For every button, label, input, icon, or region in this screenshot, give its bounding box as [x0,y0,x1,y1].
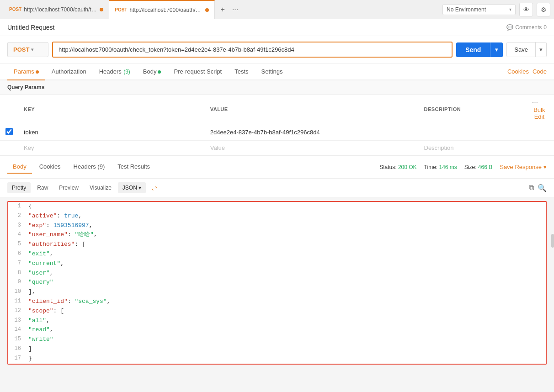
line-number: 5 [12,240,28,249]
viewer-tab-raw[interactable]: Raw [32,182,53,193]
json-line: 9 "query" [8,278,546,287]
tab-1[interactable]: POST http://localhost:7000/oauth/to... [4,0,109,19]
json-line: 15 "write" [8,335,546,344]
line-content: "user_name": "哈哈", [28,230,97,240]
response-tab-test-results[interactable]: Test Results [112,160,155,174]
wrap-icon-button[interactable]: ⇌ [151,184,157,192]
environment-selector[interactable]: No Environment ▾ [442,4,516,15]
chevron-down-icon: ▾ [138,185,141,191]
chevron-down-icon: ▾ [31,47,33,52]
method-selector[interactable]: POST ▾ [7,42,48,57]
chevron-down-icon: ▾ [495,46,498,53]
cookies-link[interactable]: Cookies [507,68,529,75]
viewer-tabs-row: Pretty Raw Preview Visualize JSON ▾ ⇌ ⧉ … [0,179,554,197]
line-number: 12 [12,307,28,316]
tab-2[interactable]: POST http://localhost:7000/oauth/c... [109,0,215,19]
row-checkbox[interactable] [5,128,13,135]
json-line: 10 ], [8,287,546,297]
line-number: 2 [12,212,28,221]
key-column-header: KEY [18,95,205,124]
more-tabs-button[interactable]: ··· [230,4,240,16]
json-viewer: 1{2 "active": true,3 "exp": 1593516997,4… [7,201,547,365]
json-line: 16 ] [8,344,546,354]
value-placeholder: Value [210,144,225,151]
line-content: "current", [28,259,64,269]
viewer-tab-pretty[interactable]: Pretty [7,182,31,193]
save-response-button[interactable]: Save Response ▾ [500,164,547,170]
search-icon-button[interactable]: 🔍 [538,184,547,192]
format-selector[interactable]: JSON ▾ [118,182,146,193]
line-content: { [28,202,32,212]
size-label: Size: 466 B [464,164,492,170]
scrollbar-thumb[interactable] [551,234,554,248]
save-button[interactable]: Save [507,42,535,57]
eye-icon-button[interactable]: 👁 [519,3,533,16]
tab-settings[interactable]: Settings [255,64,289,79]
response-tab-cookies[interactable]: Cookies [34,160,66,174]
line-content: "read", [28,325,53,335]
bulk-edit-button[interactable]: Bulk Edit [532,106,547,120]
line-content: ] [28,344,32,354]
response-tab-headers[interactable]: Headers (9) [68,160,111,174]
tab-prerequest[interactable]: Pre-request Script [167,64,228,79]
code-link[interactable]: Code [533,68,547,75]
body-dot [158,70,161,74]
copy-icon-button[interactable]: ⧉ [529,184,534,192]
chevron-down-icon: ▾ [543,164,547,170]
search-icon: 🔍 [538,184,547,192]
line-content: "active": true, [28,212,82,221]
copy-icon: ⧉ [529,184,534,191]
line-number: 4 [12,230,28,240]
tab-authorization[interactable]: Authorization [45,64,93,79]
headers-count: (9) [122,69,130,75]
comments-count: 0 [543,24,547,31]
line-number: 11 [12,297,28,307]
table-more-button[interactable]: ··· [532,98,538,106]
viewer-tab-visualize[interactable]: Visualize [85,182,116,193]
tab2-dot [205,8,209,12]
viewer-tab-preview[interactable]: Preview [54,182,83,193]
json-line: 2 "active": true, [8,212,546,221]
response-tab-body[interactable]: Body [7,160,32,174]
params-table: KEY VALUE DESCRIPTION ··· Bulk Edit toke… [0,95,554,155]
add-tab-button[interactable]: + [218,4,226,16]
save-dropdown-button[interactable]: ▾ [535,42,546,57]
json-line: 6 "exit", [8,249,546,259]
tab-tests[interactable]: Tests [228,64,255,79]
json-line: 5 "authorities": [ [8,240,546,249]
comments-button[interactable]: 💬 Comments 0 [506,24,547,31]
params-dot [36,70,39,74]
save-button-group: Save ▾ [506,42,547,57]
json-line: 7 "current", [8,259,546,269]
line-content: "user", [28,269,53,278]
json-line: 8 "user", [8,269,546,278]
line-content: ], [28,287,36,297]
gear-icon: ⚙ [541,6,547,13]
table-row: token 2d4ee2e4-837e-4b7b-b8af-49f1c296c8… [0,124,554,141]
tab-headers[interactable]: Headers (9) [93,64,137,79]
line-content: "exp": 1593516997, [28,221,92,231]
send-button[interactable]: Send [456,42,490,57]
value-cell: 2d4ee2e4-837e-4b7b-b8af-49f1c296c8d4 [205,124,419,141]
query-params-section-header: Query Params [0,80,554,95]
line-number: 7 [12,259,28,269]
time-label: Time: 146 ms [424,164,457,170]
wrap-icon: ⇌ [151,184,157,192]
line-content: "client_id": "sca_sys", [28,297,110,307]
line-number: 8 [12,269,28,278]
tab-body[interactable]: Body [137,64,168,79]
gear-icon-button[interactable]: ⚙ [537,3,550,16]
comment-icon: 💬 [506,24,513,31]
viewer-actions: ⧉ 🔍 [529,184,547,192]
desc-column-header: DESCRIPTION [419,95,527,124]
line-number: 17 [12,354,28,364]
env-label: No Environment [447,6,486,13]
send-dropdown-button[interactable]: ▾ [490,42,503,57]
url-input[interactable] [52,42,453,58]
tab-params[interactable]: Params [7,64,45,79]
value-column-header: VALUE [205,95,419,124]
line-number: 10 [12,287,28,297]
json-line: 4 "user_name": "哈哈", [8,230,546,240]
tab1-method: POST [9,7,21,12]
eye-icon: 👁 [523,6,529,13]
